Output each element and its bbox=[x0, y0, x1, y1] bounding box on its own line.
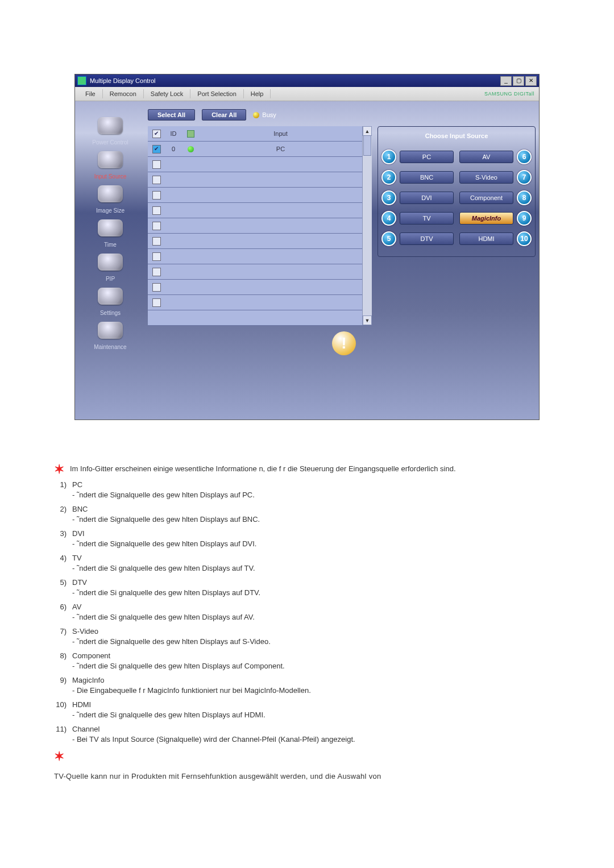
row-checkbox[interactable] bbox=[152, 237, 161, 246]
table-row[interactable]: 0PC bbox=[148, 142, 362, 157]
list-heading: Component bbox=[72, 651, 560, 660]
note-text: TV-Quelle kann nur in Produkten mit Fern… bbox=[54, 772, 560, 780]
source-button-bnc[interactable]: BNC bbox=[400, 171, 454, 184]
scroll-down-icon[interactable]: ▼ bbox=[363, 315, 372, 325]
list-heading: HDMI bbox=[72, 700, 560, 709]
list-description: - ˜ndert die Signalquelle des gew hlten … bbox=[72, 515, 560, 524]
number-badge: 1 bbox=[381, 149, 396, 164]
list-heading: DTV bbox=[72, 578, 560, 587]
row-input: PC bbox=[199, 146, 362, 152]
close-button[interactable]: ✕ bbox=[525, 76, 537, 86]
list-item: 1)PC- ˜ndert die Signalquelle des gew hl… bbox=[54, 480, 560, 499]
intro-text: Im Info-Gitter erscheinen einige wesentl… bbox=[70, 464, 456, 473]
power-control-icon[interactable] bbox=[98, 117, 123, 134]
source-item: MagicInfo9 bbox=[459, 211, 532, 226]
maintenance-icon[interactable] bbox=[98, 322, 123, 339]
document-page: Multiple Display Control _ ▢ ✕ File Remo… bbox=[0, 0, 614, 868]
row-checkbox[interactable] bbox=[152, 145, 161, 153]
status-header-icon bbox=[187, 130, 194, 138]
source-button-magicinfo[interactable]: MagicInfo bbox=[459, 212, 513, 225]
settings-icon[interactable] bbox=[98, 288, 123, 305]
star-icon: ✶ bbox=[54, 464, 64, 475]
table-row[interactable] bbox=[148, 188, 362, 203]
list-description: - ˜ndert die Si gnalquelle des gew hlten… bbox=[72, 588, 560, 597]
list-description: - ˜ndert die Si gnalquelle des gew hlten… bbox=[72, 613, 560, 621]
row-checkbox[interactable] bbox=[152, 206, 161, 215]
busy-indicator: Busy bbox=[253, 111, 276, 118]
source-button-dvi[interactable]: DVI bbox=[400, 192, 454, 204]
header-checkbox[interactable] bbox=[152, 130, 161, 138]
row-checkbox[interactable] bbox=[152, 283, 161, 292]
list-heading: AV bbox=[72, 603, 560, 611]
table-row[interactable] bbox=[148, 172, 362, 188]
minimize-button[interactable]: _ bbox=[500, 76, 512, 86]
list-number: 2) bbox=[54, 505, 67, 524]
table-row[interactable] bbox=[148, 157, 362, 172]
note-row: ✶ bbox=[54, 751, 560, 762]
app-body: Power Control Input Source Image Size Ti… bbox=[75, 101, 539, 420]
source-item: Component8 bbox=[459, 190, 532, 205]
pip-icon[interactable] bbox=[98, 254, 123, 271]
sidebar-item-label: Settings bbox=[100, 310, 121, 316]
number-badge: 5 bbox=[381, 231, 396, 246]
busy-icon bbox=[253, 112, 259, 118]
menu-help[interactable]: Help bbox=[244, 89, 271, 98]
source-button-tv[interactable]: TV bbox=[400, 212, 454, 225]
col-input: Input bbox=[199, 130, 362, 137]
table-row[interactable] bbox=[148, 249, 362, 264]
row-checkbox[interactable] bbox=[152, 176, 161, 184]
sidebar-item-label: Maintenance bbox=[94, 344, 126, 350]
list-heading: PC bbox=[72, 480, 560, 489]
sidebar-item-label: Time bbox=[104, 242, 117, 248]
row-checkbox[interactable] bbox=[152, 298, 161, 307]
sidebar: Power Control Input Source Image Size Ti… bbox=[75, 101, 146, 420]
col-id: ID bbox=[165, 130, 182, 137]
table-row[interactable] bbox=[148, 218, 362, 234]
list-heading: BNC bbox=[72, 505, 560, 513]
source-button-pc[interactable]: PC bbox=[400, 151, 454, 163]
clear-all-button[interactable]: Clear All bbox=[202, 109, 246, 121]
list-item: 9)MagicInfo- Die Eingabequelle f r Magic… bbox=[54, 676, 560, 695]
table-row[interactable] bbox=[148, 280, 362, 295]
list-description: - ˜ndert die Signalquelle des gew hlten … bbox=[72, 491, 560, 499]
source-button-av[interactable]: AV bbox=[459, 151, 513, 163]
select-all-button[interactable]: Select All bbox=[148, 109, 195, 121]
list-item: 3)DVI- ˜ndert die Signalquelle des gew h… bbox=[54, 529, 560, 548]
input-source-icon[interactable] bbox=[98, 151, 123, 168]
source-button-s-video[interactable]: S-Video bbox=[459, 171, 513, 184]
list-number: 1) bbox=[54, 480, 67, 499]
list-description: - ˜ndert die Si gnalquelle des gew hlten… bbox=[72, 564, 560, 572]
list-description: - ˜ndert die Signalquelle des gew hlten … bbox=[72, 539, 560, 548]
scroll-thumb[interactable] bbox=[363, 135, 371, 156]
app-window: Multiple Display Control _ ▢ ✕ File Remo… bbox=[74, 74, 540, 420]
table-row[interactable] bbox=[148, 234, 362, 249]
menu-safety-lock[interactable]: Safety Lock bbox=[144, 89, 190, 98]
document-body: ✶ Im Info-Gitter erscheinen einige wesen… bbox=[54, 464, 560, 780]
scroll-up-icon[interactable]: ▲ bbox=[363, 126, 372, 136]
source-button-hdmi[interactable]: HDMI bbox=[459, 232, 513, 245]
source-button-dtv[interactable]: DTV bbox=[400, 232, 454, 245]
list-number: 6) bbox=[54, 603, 67, 621]
status-on-icon bbox=[188, 146, 194, 152]
row-checkbox[interactable] bbox=[152, 268, 161, 276]
title-bar: Multiple Display Control _ ▢ ✕ bbox=[75, 74, 539, 87]
source-item: 4TV bbox=[381, 211, 454, 226]
number-badge: 7 bbox=[517, 170, 532, 185]
maximize-button[interactable]: ▢ bbox=[513, 76, 524, 86]
list-description: - Bei TV als Input Source (Signalquelle)… bbox=[72, 735, 560, 744]
table-row[interactable] bbox=[148, 264, 362, 280]
time-icon[interactable] bbox=[98, 219, 123, 236]
source-button-component[interactable]: Component bbox=[459, 192, 513, 204]
menu-port-selection[interactable]: Port Selection bbox=[190, 89, 243, 98]
row-checkbox[interactable] bbox=[152, 160, 161, 169]
table-row[interactable] bbox=[148, 203, 362, 218]
row-checkbox[interactable] bbox=[152, 222, 161, 230]
table-row[interactable] bbox=[148, 295, 362, 310]
row-checkbox[interactable] bbox=[152, 252, 161, 261]
input-source-panel: Choose Input Source 1PCAV62BNCS-Video73D… bbox=[377, 126, 536, 257]
grid-scrollbar[interactable]: ▲ ▼ bbox=[362, 126, 372, 325]
row-checkbox[interactable] bbox=[152, 191, 161, 200]
image-size-icon[interactable] bbox=[98, 185, 123, 202]
menu-remocon[interactable]: Remocon bbox=[103, 89, 144, 98]
menu-file[interactable]: File bbox=[78, 89, 103, 98]
